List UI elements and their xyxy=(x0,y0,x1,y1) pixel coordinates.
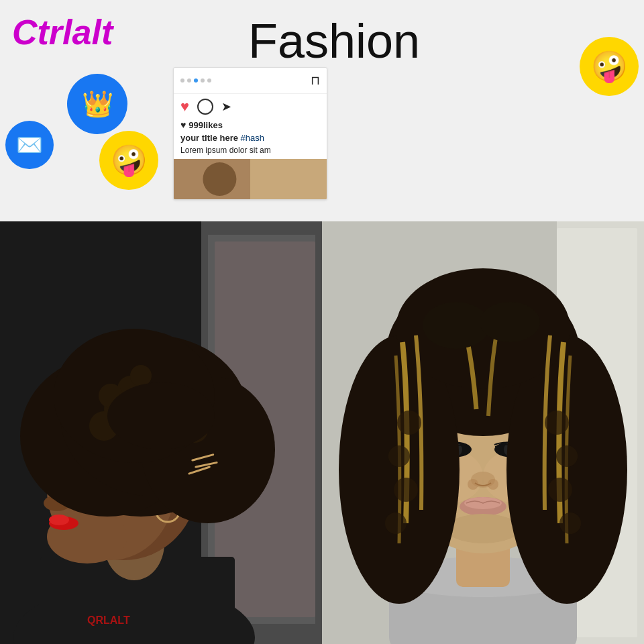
dizzy-face-right-icon: 🤪 xyxy=(591,49,628,84)
svg-point-75 xyxy=(559,513,581,534)
ig-description: Lorem ipsum dolor sit am xyxy=(174,146,327,159)
svg-point-77 xyxy=(480,302,540,342)
message-emoji-bubble: ✉️ xyxy=(5,121,54,169)
ig-dot-5 xyxy=(207,78,211,83)
ig-share-icon[interactable]: ➤ xyxy=(221,99,231,114)
ig-comment-icon[interactable] xyxy=(197,99,213,115)
dizzy-face-left-icon: 🤪 xyxy=(111,143,148,178)
svg-point-37 xyxy=(107,382,215,449)
svg-point-71 xyxy=(385,513,407,534)
svg-point-76 xyxy=(423,302,490,349)
svg-point-72 xyxy=(545,411,569,435)
svg-point-68 xyxy=(397,411,421,435)
photo-right xyxy=(322,221,644,644)
svg-text:QRLALT: QRLALT xyxy=(87,614,130,626)
photo-right-svg xyxy=(322,221,644,644)
page-title: Fashion xyxy=(248,13,420,68)
svg-point-69 xyxy=(388,445,410,467)
top-section: Ctrlalt Fashion 👑 ✉️ 🤪 🤪 ❤ ⊓ xyxy=(0,0,644,221)
ig-dots xyxy=(180,78,211,83)
instagram-card: ⊓ ♥ ➤ ♥ 999likes your tItle here #hash L… xyxy=(173,67,327,200)
ig-hashtag: #hash xyxy=(241,133,264,143)
ig-caption: your tItle here #hash xyxy=(174,133,327,146)
ig-dot-1 xyxy=(180,78,184,83)
ig-dots-bar: ⊓ xyxy=(174,68,327,94)
ig-heart-likes-icon: ♥ xyxy=(180,119,186,130)
message-icon: ✉️ xyxy=(16,132,43,158)
ig-username: your tItle here xyxy=(180,133,238,143)
ig-likes-count: 999likes xyxy=(189,120,223,130)
dizzy-emoji-right: 🤪 xyxy=(580,37,639,96)
ig-dot-2 xyxy=(187,78,191,83)
svg-point-74 xyxy=(548,478,572,502)
svg-point-15 xyxy=(49,515,69,525)
svg-point-33 xyxy=(130,365,152,386)
dizzy-emoji-left: 🤪 xyxy=(99,131,158,190)
crown-emoji-bubble: 👑 xyxy=(67,74,127,134)
crown-icon: 👑 xyxy=(82,89,113,119)
ig-photo-preview-svg xyxy=(174,159,327,199)
bottom-section: QRLALT xyxy=(0,221,644,644)
ig-actions: ♥ ➤ xyxy=(174,94,327,119)
svg-point-2 xyxy=(203,162,236,196)
ig-dot-3-active xyxy=(194,78,198,83)
photo-left: QRLALT xyxy=(0,221,322,644)
ig-bookmark-icon[interactable]: ⊓ xyxy=(311,73,320,88)
ig-heart-icon[interactable]: ♥ xyxy=(180,98,189,115)
brand-logo: Ctrlalt xyxy=(12,12,113,52)
svg-point-70 xyxy=(394,478,418,502)
photo-left-svg: QRLALT xyxy=(0,221,322,644)
svg-point-63 xyxy=(446,514,520,543)
ig-dot-4 xyxy=(201,78,205,83)
ig-likes: ♥ 999likes xyxy=(174,119,327,133)
svg-point-73 xyxy=(556,445,578,467)
ig-photo-peek xyxy=(174,159,327,199)
